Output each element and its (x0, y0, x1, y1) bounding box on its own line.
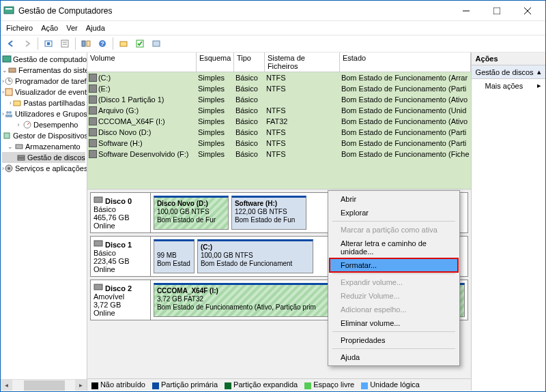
legend-logical: Unidade lógica (361, 380, 420, 389)
svg-point-26 (9, 111, 12, 114)
svg-rect-31 (16, 145, 23, 149)
legend-unallocated: Não atribuído (91, 380, 145, 389)
ctx-delete[interactable]: Eliminar volume... (330, 316, 458, 330)
disk-icon (94, 239, 103, 247)
close-button[interactable] (512, 1, 543, 20)
chevron-right-icon: ▸ (537, 81, 541, 90)
titlebar: Gestão de Computadores (1, 1, 545, 21)
tree-disk-management[interactable]: Gestão de discos (2, 152, 85, 163)
svg-text:?: ? (100, 40, 104, 47)
col-fs[interactable]: Sistema de Ficheiros (265, 52, 340, 72)
disk-2-label: Disco 2 Amovível 3,72 GB Online (91, 280, 151, 320)
volume-row[interactable]: Arquivo (G:)SimplesBásicoNTFSBom Estado … (87, 105, 471, 116)
tree-performance[interactable]: ›Desempenho (2, 119, 85, 130)
disk-0-label: Disco 0 Básico 465,76 GB Online (91, 193, 151, 232)
tree-services[interactable]: ›Serviços e aplicações (2, 163, 85, 174)
action-2-button[interactable] (132, 36, 147, 51)
ctx-change-letter[interactable]: Alterar letra e caminho de unidade... (330, 237, 458, 258)
ctx-extend: Expandir volume... (330, 275, 458, 289)
volume-row[interactable]: (E:)SimplesBásicoNTFSBom Estado de Funci… (87, 83, 471, 94)
action-1-button[interactable] (116, 36, 131, 51)
volume-icon (89, 85, 97, 93)
disk-1-label: Disco 1 Básico 223,45 GB Online (91, 237, 151, 276)
svg-rect-38 (94, 284, 102, 290)
properties-button[interactable] (57, 36, 72, 51)
col-volume[interactable]: Volume (87, 52, 197, 72)
disk-0-partition-d[interactable]: Disco Novo (D:)100,00 GB NTFSBom Estado … (154, 196, 229, 230)
volume-row[interactable]: Disco Novo (D:)SimplesBásicoNTFSBom Esta… (87, 127, 471, 138)
context-menu: Abrir Explorar Marcar a partição como at… (328, 190, 460, 366)
ctx-properties[interactable]: Propriedades (330, 333, 458, 347)
ctx-open[interactable]: Abrir (330, 192, 458, 206)
volume-row[interactable]: Software (H:)SimplesBásicoNTFSBom Estado… (87, 138, 471, 149)
svg-rect-18 (3, 56, 11, 62)
svg-rect-27 (5, 115, 12, 117)
svg-point-25 (6, 111, 9, 114)
volume-row[interactable]: CCCOMA_X64F (I:)SimplesBásicoFAT32Bom Es… (87, 116, 471, 127)
svg-rect-33 (18, 158, 25, 160)
maximize-button[interactable] (481, 1, 512, 20)
tree-shared-folders[interactable]: ›Pastas partilhadas (2, 97, 85, 108)
ctx-explore[interactable]: Explorar (330, 206, 458, 220)
app-icon (3, 5, 14, 16)
volume-row[interactable]: (C:)SimplesBásicoNTFSBom Estado de Funci… (87, 72, 471, 83)
svg-rect-0 (4, 7, 14, 14)
ctx-mark-active: Marcar a partição como ativa (330, 223, 458, 237)
tree-sys-tools[interactable]: ⌄Ferramentas do sistema (2, 65, 85, 76)
forward-button[interactable] (20, 36, 35, 51)
nav-tree[interactable]: Gestão de computadores (loca ⌄Ferramenta… (1, 52, 87, 391)
menu-help[interactable]: Ajuda (86, 24, 105, 32)
disk-0-partition-h[interactable]: Software (H:)122,00 GB NTFSBom Estado de… (231, 196, 306, 230)
svg-rect-8 (61, 40, 68, 47)
volume-icon (89, 150, 97, 158)
window-title: Gestão de Computadores (18, 6, 450, 16)
menu-view[interactable]: Ver (66, 24, 78, 32)
svg-rect-24 (14, 101, 20, 106)
refresh-button[interactable] (78, 36, 94, 51)
svg-rect-3 (493, 7, 500, 14)
minimize-button[interactable] (450, 1, 481, 20)
disk-icon (94, 196, 103, 204)
volume-table[interactable]: Volume Esquema Tipo Sistema de Ficheiros… (87, 52, 471, 189)
help-button[interactable]: ? (95, 36, 110, 51)
tree-h-scrollbar[interactable]: ◄► (1, 379, 87, 391)
tree-device-manager[interactable]: Gestor de Dispositivos (2, 130, 85, 141)
up-button[interactable] (41, 36, 56, 51)
collapse-icon: ▴ (537, 67, 541, 76)
back-button[interactable] (3, 36, 18, 51)
action-3-button[interactable] (149, 36, 164, 51)
svg-rect-36 (94, 197, 102, 202)
volume-icon (89, 139, 97, 147)
actions-header: Ações (472, 52, 545, 65)
menubar: Ficheiro Ação Ver Ajuda (1, 21, 545, 35)
col-status[interactable]: Estado (340, 52, 471, 72)
menu-file[interactable]: Ficheiro (6, 24, 33, 32)
legend: Não atribuído Partição primária Partição… (87, 378, 471, 391)
tree-users-groups[interactable]: ›Utilizadores e Grupos Lo (2, 108, 85, 119)
volume-row[interactable]: Software Desenvolvido (F:)SimplesBásicoN… (87, 149, 471, 160)
volume-icon (89, 74, 97, 82)
volume-table-header[interactable]: Volume Esquema Tipo Sistema de Ficheiros… (87, 52, 471, 72)
disk-1-partition-c[interactable]: (C:)100,00 GB NTFSBom Estado de Funciona… (197, 239, 313, 273)
volume-icon (89, 95, 97, 104)
ctx-shrink: Reduzir Volume... (330, 289, 458, 303)
svg-rect-11 (82, 41, 85, 46)
tree-storage[interactable]: ⌄Armazenamento (2, 141, 85, 152)
tree-task-scheduler[interactable]: ›Programador de tarefas (2, 76, 85, 87)
svg-rect-17 (153, 41, 160, 46)
legend-primary: Partição primária (152, 380, 218, 389)
svg-rect-37 (94, 241, 102, 246)
tree-root[interactable]: Gestão de computadores (loca (2, 54, 85, 65)
svg-rect-32 (18, 155, 25, 157)
col-layout[interactable]: Esquema (197, 52, 234, 72)
disk-1-partition-1[interactable]: 99 MBBom Estad (154, 239, 195, 273)
ctx-help[interactable]: Ajuda (330, 350, 458, 364)
volume-row[interactable]: (Disco 1 Partição 1)SimplesBásicoBom Est… (87, 94, 471, 105)
actions-more[interactable]: Mais ações▸ (472, 79, 545, 92)
col-type[interactable]: Tipo (234, 52, 265, 72)
toolbar: ? (1, 35, 545, 52)
actions-disk-mgmt[interactable]: Gestão de discos▴ (472, 65, 545, 79)
tree-event-viewer[interactable]: ›Visualizador de eventos (2, 87, 85, 97)
menu-action[interactable]: Ação (41, 24, 58, 32)
ctx-format[interactable]: Formatar... (330, 258, 458, 272)
